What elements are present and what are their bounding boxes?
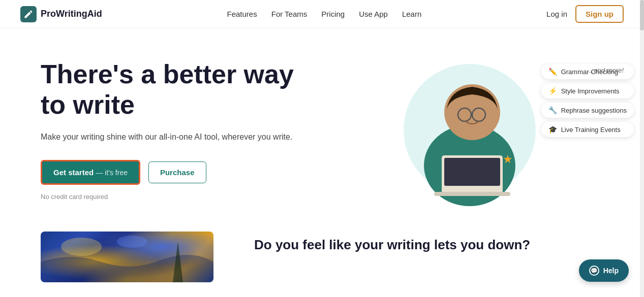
grammar-icon: ✏️ [548, 68, 557, 76]
logo-text: ProWritingAid [41, 9, 102, 19]
no-credit-card-note: No credit card required [41, 193, 305, 201]
bottom-question: Do you feel like your writing lets you d… [254, 237, 603, 254]
logo-icon [20, 6, 37, 22]
feature-tag-style-label: Style Improvements [561, 87, 620, 95]
chat-help-button[interactable]: 💬 Help [579, 259, 629, 282]
hero-buttons: Get started — it's free Purchase [41, 160, 305, 185]
scrollbar[interactable] [640, 0, 644, 297]
navbar: ProWritingAid Features For Teams Pricing… [0, 0, 644, 28]
hero-right: ★ ...and more! ✏️ Grammar Checking ⚡ Sty… [325, 49, 624, 211]
purchase-button[interactable]: Purchase [148, 161, 206, 183]
svg-point-9 [117, 236, 147, 248]
hero-subtitle: Make your writing shine with our all-in-… [41, 130, 305, 144]
training-icon: 🎓 [548, 125, 557, 134]
painting-image [41, 232, 213, 282]
feature-tags: ...and more! ✏️ Grammar Checking ⚡ Style… [541, 64, 634, 137]
hero-left: There's a better way to write Make your … [41, 59, 305, 200]
feature-tag-training: 🎓 Live Training Events [541, 122, 634, 137]
feature-tag-rephrase-label: Rephrase suggestions [561, 107, 627, 114]
hero-title: There's a better way to write [41, 59, 305, 120]
signup-button[interactable]: Sign up [575, 5, 624, 23]
person-svg: ★ [388, 54, 561, 206]
nav-link-useapp[interactable]: Use App [359, 10, 388, 18]
chat-label: Help [603, 267, 619, 275]
hero-section: There's a better way to write Make your … [0, 28, 644, 221]
style-icon: ⚡ [548, 87, 557, 95]
logo-svg [23, 9, 34, 19]
nav-link-features[interactable]: Features [227, 10, 257, 18]
bottom-right: Do you feel like your writing lets you d… [254, 232, 603, 254]
scrollbar-thumb[interactable] [640, 0, 644, 30]
bottom-left [41, 232, 213, 282]
feature-tag-training-label: Live Training Events [561, 126, 621, 134]
feature-tag-rephrase: 🔧 Rephrase suggestions [541, 103, 634, 118]
bottom-section: Do you feel like your writing lets you d… [0, 232, 644, 282]
cta-main-text: Get started [53, 168, 94, 177]
rephrase-icon: 🔧 [548, 106, 557, 114]
star-icon: ★ [503, 153, 513, 166]
more-label: ...and more! [589, 67, 624, 74]
svg-rect-7 [434, 192, 510, 196]
hero-illustration: ★ [388, 54, 561, 206]
feature-tag-style: ⚡ Style Improvements [541, 83, 634, 98]
painting-svg [41, 232, 213, 282]
nav-link-teams[interactable]: For Teams [271, 10, 308, 18]
nav-links: Features For Teams Pricing Use App Learn [227, 10, 422, 18]
nav-link-pricing[interactable]: Pricing [321, 10, 345, 18]
logo[interactable]: ProWritingAid [20, 6, 102, 22]
get-started-button[interactable]: Get started — it's free [41, 160, 140, 185]
chat-icon: 💬 [589, 266, 599, 276]
cta-free-text: — it's free [96, 169, 128, 177]
nav-actions: Log in Sign up [546, 5, 624, 23]
login-button[interactable]: Log in [546, 10, 567, 18]
nav-link-learn[interactable]: Learn [402, 10, 421, 18]
svg-rect-6 [444, 158, 500, 186]
svg-point-8 [61, 238, 102, 256]
